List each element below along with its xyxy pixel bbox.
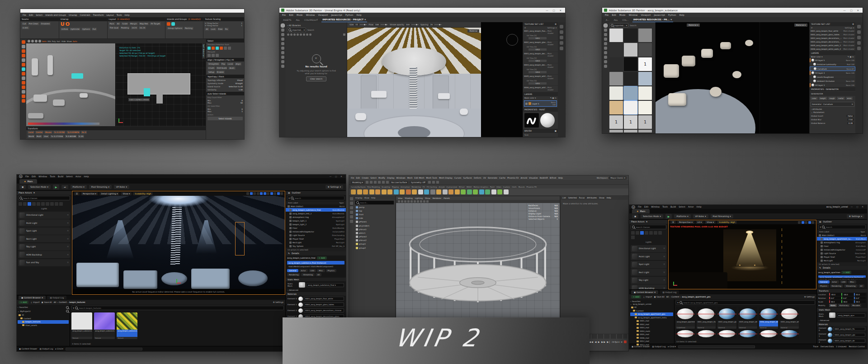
unwrap-option[interactable]: Optimize (70, 28, 80, 31)
shelf-tool-icon[interactable] (430, 189, 435, 194)
align-option[interactable]: Straighten (208, 62, 220, 66)
materials-section[interactable]: Materials (286, 292, 346, 296)
viewport-icon[interactable] (404, 200, 406, 203)
menu-item[interactable]: Edit (612, 14, 616, 16)
vp-tag[interactable]: Poly (52, 40, 56, 43)
outliner-menu-item[interactable]: Display (355, 197, 362, 199)
outliner-search[interactable]: ▼Search (287, 196, 344, 200)
param-row[interactable]: Global Balance0.28 (810, 121, 855, 125)
outliner-item[interactable]: side (354, 217, 395, 220)
select-tool-icon[interactable] (216, 47, 219, 50)
texture-set[interactable]: 0004_aocg_beapin_decorations_glasMain sh… (523, 63, 558, 75)
place-actor-item[interactable]: Sky Light≡ (18, 243, 70, 251)
shelf-tab[interactable]: XGen (496, 186, 501, 188)
column-type[interactable]: Type (860, 231, 865, 233)
sp-2d-viewport[interactable] (481, 22, 523, 137)
menu-item[interactable]: Edit (32, 175, 36, 178)
viewport-toolbar-icon[interactable] (264, 192, 266, 195)
shading-icon[interactable] (31, 40, 34, 43)
tool-icon[interactable] (22, 45, 25, 48)
drag-handle-icon[interactable]: ≡ (663, 255, 665, 258)
path-tool-icon[interactable] (281, 60, 284, 63)
marquee-icon[interactable] (216, 54, 219, 57)
outliner-row[interactable]: Player Start PlayerStart (817, 255, 867, 259)
texture-set[interactable]: 0005_aocg_beapin_white_walls_1Main shade… (523, 75, 558, 86)
content-browser-tab[interactable]: ▣ Content Browser ✕ (631, 290, 658, 294)
display-settings-icon[interactable] (560, 25, 563, 28)
menu-item[interactable]: File (25, 175, 29, 178)
viewport-toolbar-icon[interactable] (280, 192, 283, 195)
add-component-button[interactable]: + Add (317, 256, 327, 260)
filter-icon[interactable] (293, 33, 296, 36)
category-icon[interactable] (59, 202, 63, 206)
details-tab-chip[interactable]: Physics (818, 284, 829, 288)
rotate-tool-icon[interactable] (350, 215, 353, 218)
asset-card[interactable] (738, 329, 757, 339)
material-element-row[interactable]: Element 2 0003_aocg_beapin_de (817, 338, 867, 344)
shelf-tool-icon[interactable] (400, 189, 405, 194)
material-element-row[interactable]: Element 0 0001_aocg_beapin_flo (817, 326, 867, 332)
layer-action-icons[interactable]: ✎ ▣ 🗀 (848, 56, 854, 58)
place-actor-item[interactable]: Point Light≡ (18, 219, 70, 227)
shelf-thumbnail[interactable] (638, 101, 652, 114)
place-actor-item[interactable]: Directional Light≡ (18, 212, 70, 219)
menu-item[interactable]: Help (679, 14, 684, 16)
details-tab-chip[interactable]: All (316, 273, 321, 276)
fps-dropdown[interactable]: 24 fps ▾ (612, 341, 619, 343)
shelf-tool-icon[interactable] (363, 189, 368, 194)
tab[interactable]: A... (605, 18, 610, 22)
shelf-tool-icon[interactable] (387, 189, 392, 194)
outliner-row[interactable]: Light Source DirectionalL (817, 251, 867, 255)
filter-value[interactable]: 1 (241, 110, 243, 113)
viewport-toolbar-icon[interactable] (808, 221, 811, 224)
viewport-icon[interactable] (420, 200, 422, 203)
menu-item[interactable]: Modify (378, 177, 385, 179)
layout-option[interactable]: Map Res (139, 22, 149, 25)
tool-icon[interactable] (22, 81, 25, 85)
channel-chip[interactable]: height (819, 97, 827, 100)
tree-item[interactable]: aocg_beapin_apartment_textu (630, 316, 673, 320)
breadcrumb[interactable]: All › Content › aocg_beapin_apartment_ge… (666, 296, 711, 298)
topo-value[interactable]: Selection to All (229, 85, 243, 88)
shelf-tool-icon[interactable] (424, 189, 429, 194)
unwrap-option[interactable]: Unfold (61, 28, 69, 31)
cb-search-input[interactable]: ▼Search aocg_beapin_apartment_geo (676, 300, 815, 305)
drag-handle-icon[interactable]: ≡ (67, 238, 69, 240)
shelf-thumbnail[interactable]: 1 (638, 130, 652, 132)
save-icon[interactable]: ▣ (632, 214, 638, 218)
tool-icon[interactable] (22, 54, 25, 57)
asset-card[interactable] (697, 329, 716, 339)
category-icon[interactable] (32, 202, 36, 206)
group-icon[interactable] (167, 22, 170, 26)
menu-item[interactable]: Mesh Tools (426, 177, 437, 179)
tree-item[interactable]: 0001_mat (630, 319, 673, 323)
tab[interactable]: COL... (621, 18, 629, 22)
static-mesh-thumb[interactable] (829, 312, 835, 318)
outliner-row[interactable]: Main (Editor) World (817, 233, 867, 237)
shelf-thumbnail[interactable] (624, 43, 637, 57)
column-type[interactable]: Type (339, 202, 344, 204)
menu-item[interactable]: Mesh (407, 177, 413, 179)
quick-mask-icon[interactable] (604, 56, 607, 59)
outliner-menu-item[interactable]: Help (371, 197, 376, 199)
sp-2d-viewport[interactable]: Material ▾ (760, 22, 809, 133)
drag-handle-icon[interactable]: ≡ (67, 214, 69, 216)
smudge-tool-icon[interactable] (604, 42, 607, 45)
panel-menu-item[interactable]: Shading (405, 197, 412, 199)
channel-chip[interactable]: emis (846, 97, 853, 100)
menu-item[interactable]: Curves (454, 177, 462, 179)
shelf-thumbnail[interactable]: 1 (609, 115, 623, 129)
frame-skip-icon[interactable]: ⏭ (61, 185, 68, 189)
shading-icon[interactable] (35, 40, 38, 43)
rizomuv-titlebar[interactable] (20, 9, 244, 13)
uv-selection[interactable] (144, 88, 150, 96)
output-log-button[interactable]: ▤ Output Log (652, 345, 665, 348)
tree-item[interactable]: All (18, 313, 69, 317)
tool-icon[interactable] (22, 76, 25, 80)
details-tab-chip[interactable]: Streaming (301, 273, 315, 276)
menu-item[interactable]: Viewport (641, 14, 651, 16)
details-tab[interactable]: ✎ Details (286, 251, 346, 255)
perspective-dropdown[interactable]: Perspective ▾ (81, 192, 98, 195)
tiling-value[interactable]: 1 (241, 24, 242, 27)
menu-item[interactable]: Window (38, 175, 47, 178)
